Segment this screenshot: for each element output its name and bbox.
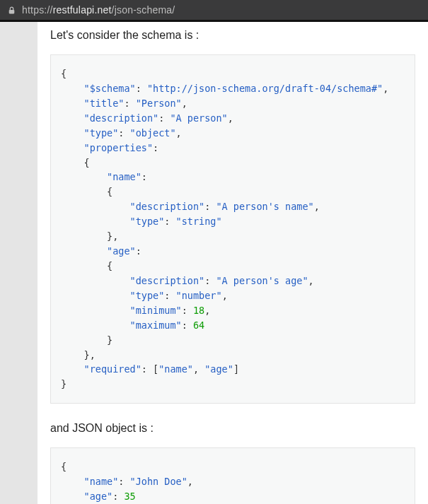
svg-rect-0: [9, 9, 15, 13]
lock-icon: [7, 6, 16, 15]
schema-code-block: { "$schema": "http://json-schema.org/dra…: [50, 54, 415, 404]
browser-address-bar[interactable]: https://restfulapi.net/json-schema/: [0, 0, 428, 20]
json-code-block: { "name": "John Doe", "age": 35 }: [50, 447, 415, 504]
schema-intro-text: Let's consider the schema is :: [50, 29, 415, 42]
page-background: Let's consider the schema is : { "$schem…: [0, 22, 428, 504]
json-intro-text: and JSON object is :: [50, 422, 415, 435]
article-content: Let's consider the schema is : { "$schem…: [37, 22, 428, 504]
browser-url[interactable]: https://restfulapi.net/json-schema/: [22, 4, 175, 16]
